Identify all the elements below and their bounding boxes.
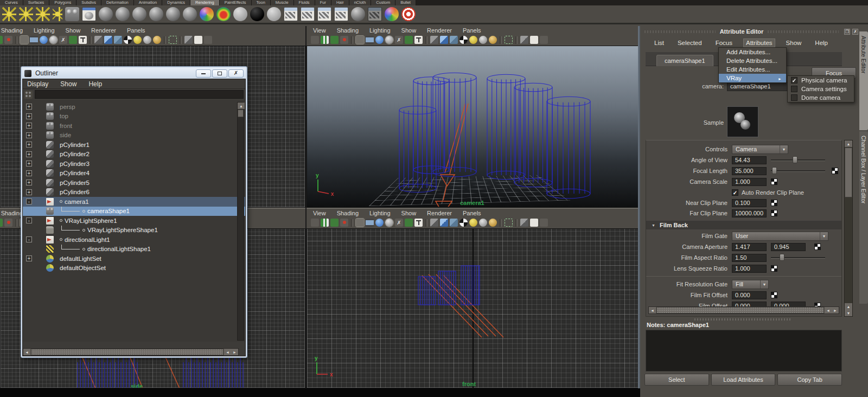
phonge-sphere-icon[interactable] <box>166 7 180 21</box>
transparency-icon[interactable] <box>450 36 458 44</box>
panel-divider[interactable] <box>305 26 307 388</box>
menu-show[interactable]: Show <box>784 39 804 47</box>
outliner-titlebar[interactable]: Outliner <box>22 68 246 79</box>
joints-icon[interactable] <box>405 36 413 44</box>
default-material-icon[interactable] <box>430 36 438 44</box>
aspect-slider[interactable] <box>771 254 825 261</box>
render-current-icon[interactable] <box>284 7 298 21</box>
outliner-item-defaultlightset[interactable]: + defaultLightSet <box>23 254 245 264</box>
camera-icon[interactable] <box>311 219 319 227</box>
vertical-scrollbar[interactable] <box>844 140 853 317</box>
lighting-icon[interactable] <box>385 36 393 44</box>
render-settings-icon[interactable] <box>334 7 348 21</box>
shelf-tab-animation[interactable]: Animation <box>134 0 162 5</box>
default-light-icon[interactable] <box>479 219 487 227</box>
controls-dropdown[interactable]: Camera <box>732 145 788 154</box>
menu-shading[interactable]: Shading <box>1 210 23 216</box>
two-d-pan-icon[interactable] <box>4 36 12 44</box>
film-gate-dropdown[interactable]: User <box>732 232 828 241</box>
auto-render-checkbox[interactable]: ✓ <box>732 189 738 196</box>
menu-shading[interactable]: Shading <box>337 210 359 216</box>
fit-offset-field[interactable]: 0.000 <box>732 291 767 299</box>
outliner-item-top[interactable]: + top <box>23 112 245 121</box>
lighting-icon[interactable] <box>385 219 393 227</box>
shelf-tab-dynamics[interactable]: Dynamics <box>162 0 190 5</box>
shaded-icon[interactable] <box>366 219 374 227</box>
overlap-icon[interactable] <box>530 219 538 227</box>
bookmark-icon[interactable] <box>321 219 329 227</box>
menu-item-vray[interactable]: VRay <box>719 74 786 82</box>
spot-light-icon[interactable] <box>19 7 33 21</box>
drag-handle[interactable] <box>768 30 839 33</box>
menu-lighting[interactable]: Lighting <box>369 210 391 216</box>
camera-icon[interactable] <box>311 36 319 44</box>
ambient-light-icon[interactable] <box>2 7 16 21</box>
menu-show[interactable]: Show <box>60 80 76 88</box>
image-plane-icon[interactable] <box>330 36 339 44</box>
shelf-tab-fur[interactable]: Fur <box>315 0 331 5</box>
panel-divider[interactable] <box>307 208 639 209</box>
shadingmap-sphere-icon[interactable] <box>216 7 231 21</box>
shelf-tab-polygons[interactable]: Polygons <box>49 0 76 5</box>
menu-focus[interactable]: Focus <box>713 39 735 47</box>
copy-tab-button[interactable]: Copy Tab <box>777 374 842 386</box>
scroll-up-icon[interactable] <box>238 103 245 109</box>
float-panel-icon[interactable]: ❐ <box>844 29 850 35</box>
shelf-tab-ncloth[interactable]: nCloth <box>349 0 372 5</box>
no-lights-icon[interactable] <box>489 219 497 227</box>
outliner-item-directionallightshape1[interactable]: directionalLightShape1 <box>23 245 245 254</box>
image-plane-icon[interactable] <box>0 219 3 227</box>
map-button-icon[interactable] <box>771 292 777 298</box>
scroll-down-icon[interactable] <box>845 310 852 316</box>
expand-icon[interactable]: + <box>26 161 32 167</box>
menu-list[interactable]: List <box>652 39 666 47</box>
menu-item-physical-camera[interactable]: ✓ Physical camera <box>788 76 854 85</box>
shelf-tab-subdivs[interactable]: Subdivs <box>76 0 101 5</box>
aperture-y-field[interactable]: 0.945 <box>771 243 806 251</box>
checkbox-icon[interactable] <box>791 86 797 92</box>
checker-icon[interactable] <box>459 36 468 44</box>
texture-view-icon[interactable] <box>79 36 87 44</box>
transparency-icon[interactable] <box>114 36 122 44</box>
map-button-icon[interactable] <box>814 244 821 250</box>
menu-panels[interactable]: Panels <box>463 210 481 216</box>
outliner-item-persp[interactable]: + persp <box>23 102 245 112</box>
isolate-select-icon[interactable] <box>505 219 513 227</box>
attribute-editor-titlebar[interactable]: Attribute Editor ❐ ✗ <box>640 27 859 36</box>
map-button-icon[interactable] <box>832 168 838 174</box>
fit-gate-dropdown[interactable]: Fill <box>732 280 769 289</box>
filter-icon[interactable] <box>24 91 33 99</box>
collapse-icon[interactable]: - <box>26 198 32 204</box>
outliner-item-vraylightsphere1[interactable]: - VRayLightSphere1 <box>23 216 245 226</box>
tab-attribute-editor[interactable]: Attribute Editor <box>859 31 868 130</box>
search-input[interactable] <box>35 90 244 99</box>
anisotropic-sphere-icon[interactable] <box>99 7 113 21</box>
expand-icon[interactable]: + <box>26 113 32 119</box>
scrollbar-thumb[interactable] <box>656 307 824 313</box>
shelf-tab-curves[interactable]: Curves <box>0 0 23 5</box>
use-all-lights-icon[interactable] <box>133 36 142 44</box>
isolate-select-icon[interactable] <box>505 36 513 44</box>
collapse-icon[interactable]: - <box>26 217 32 223</box>
outliner-item-defaultobjectset[interactable]: defaultObjectSet <box>23 264 245 273</box>
tab-channel-box-layer-editor[interactable]: Channel Box / Layer Editor <box>859 131 868 304</box>
menu-show[interactable]: Show <box>401 27 417 34</box>
shelf-tab-deformation[interactable]: Deformation <box>101 0 134 5</box>
minimize-button[interactable] <box>196 69 211 78</box>
bookmark-icon[interactable] <box>321 36 329 44</box>
menu-view[interactable]: View <box>313 210 326 216</box>
scroll-left-icon[interactable] <box>825 307 832 313</box>
joints-icon[interactable] <box>405 219 413 227</box>
shade-all-icon[interactable] <box>440 219 448 227</box>
texture-view-icon[interactable] <box>414 36 423 44</box>
expand-icon[interactable]: + <box>26 180 32 185</box>
map-button-icon[interactable] <box>771 178 777 185</box>
focal-slider[interactable] <box>771 167 825 175</box>
default-light-icon[interactable] <box>479 36 487 44</box>
menu-shading[interactable]: Shading <box>337 27 359 34</box>
flat-sphere-icon[interactable] <box>267 7 281 21</box>
expand-icon[interactable]: + <box>26 142 32 148</box>
sample-swatch[interactable] <box>727 106 758 137</box>
close-panel-icon[interactable]: ✗ <box>852 29 858 35</box>
point-light-icon[interactable] <box>53 7 62 21</box>
